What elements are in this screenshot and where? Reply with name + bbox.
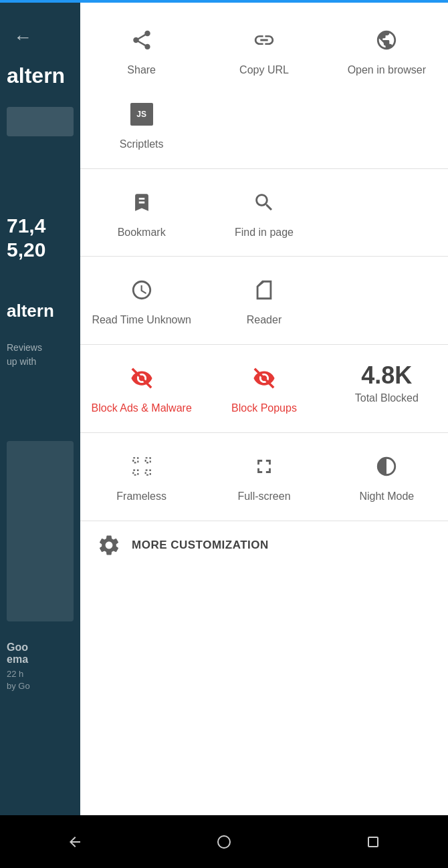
night-mode-icon (370, 450, 403, 483)
scriptlets-label: Scriptlets (120, 138, 164, 152)
read-time-icon (125, 273, 158, 307)
total-blocked-display: 4.8K Total Blocked (326, 351, 448, 426)
top-progress-bar (0, 0, 448, 3)
block-ads-button[interactable]: Block Ads & Malware (80, 351, 203, 426)
section-blocking: Block Ads & Malware Block Popups 4.8K To… (80, 345, 448, 433)
js-badge: JS (130, 103, 153, 126)
copy-url-icon (247, 23, 281, 57)
empty-slot-2 (326, 263, 448, 337)
bg-reviews: Reviews up with (7, 341, 42, 369)
frameless-label: Frameless (116, 490, 166, 504)
system-home-button[interactable] (211, 829, 237, 855)
bookmark-row: Bookmark Find in page (80, 176, 448, 250)
svg-rect-3 (133, 470, 138, 475)
section-reader: Read Time Unknown Reader (80, 257, 448, 345)
fullscreen-icon (247, 450, 281, 483)
fullscreen-button[interactable]: Full-screen (203, 440, 325, 514)
svg-rect-4 (145, 458, 150, 462)
bookmark-icon (125, 186, 158, 219)
open-in-browser-icon (370, 23, 403, 57)
svg-point-7 (218, 836, 230, 848)
reader-row: Read Time Unknown Reader (80, 263, 448, 337)
share-icon (125, 23, 158, 57)
section-display: Frameless Full-screen Night Mode (80, 433, 448, 521)
bg-bottom-text: 22 hby Go (7, 668, 30, 692)
svg-rect-8 (368, 837, 378, 847)
read-time-label: Read Time Unknown (92, 313, 191, 327)
read-time-button[interactable]: Read Time Unknown (80, 263, 203, 337)
section-share: Share Copy URL Open in browser (80, 0, 448, 169)
top-menu-row: Share Copy URL Open in browser (80, 13, 448, 88)
system-recent-button[interactable] (360, 829, 386, 855)
copy-url-button[interactable]: Copy URL (203, 13, 325, 88)
system-back-button[interactable] (62, 829, 88, 855)
frameless-icon (125, 450, 158, 483)
bg-card (7, 441, 74, 621)
open-in-browser-button[interactable]: Open in browser (326, 13, 448, 88)
bg-stats: 71,4 5,20 (7, 214, 45, 262)
system-navigation-bar (0, 815, 448, 868)
block-popups-icon (247, 361, 281, 395)
find-in-page-icon (247, 186, 281, 219)
find-in-page-label: Find in page (235, 226, 294, 240)
display-row: Frameless Full-screen Night Mode (80, 440, 448, 514)
frameless-button[interactable]: Frameless (80, 440, 203, 514)
bookmark-label: Bookmark (118, 226, 166, 240)
section-bookmark: Bookmark Find in page (80, 169, 448, 257)
blocking-row: Block Ads & Malware Block Popups 4.8K To… (80, 351, 448, 426)
night-mode-label: Night Mode (359, 490, 414, 504)
open-in-browser-label: Open in browser (348, 63, 426, 78)
fullscreen-label: Full-screen (237, 490, 290, 504)
reader-button[interactable]: Reader (203, 263, 325, 337)
bookmark-button[interactable]: Bookmark (80, 176, 203, 250)
find-in-page-button[interactable]: Find in page (203, 176, 325, 250)
scriptlets-button[interactable]: JS Scriptlets (80, 88, 203, 162)
reader-icon (247, 273, 281, 307)
menu-overlay: Share Copy URL Open in browser (80, 0, 448, 815)
reader-label: Reader (247, 313, 282, 327)
scriptlets-row: JS Scriptlets (80, 88, 448, 162)
scriptlets-icon: JS (125, 98, 158, 131)
block-popups-button[interactable]: Block Popups (203, 351, 325, 426)
bg-title: altern (7, 63, 65, 88)
block-ads-label: Block Ads & Malware (92, 402, 192, 416)
copy-url-label: Copy URL (239, 63, 289, 78)
empty-slot-1 (326, 176, 448, 250)
block-ads-icon (125, 361, 158, 395)
more-customization-button[interactable]: MORE CUSTOMIZATION (80, 521, 448, 569)
svg-rect-5 (145, 470, 150, 475)
more-customization-label: MORE CUSTOMIZATION (132, 539, 269, 552)
total-blocked-number: 4.8K (361, 361, 412, 390)
block-popups-label: Block Popups (231, 402, 297, 416)
more-customization-icon (97, 533, 121, 557)
bg-bottom-title: Gooema (7, 641, 28, 666)
svg-rect-2 (133, 458, 138, 462)
share-label: Share (127, 63, 156, 78)
night-mode-button[interactable]: Night Mode (326, 440, 448, 514)
bg-altern-label: altern (7, 301, 54, 321)
total-blocked-label: Total Blocked (355, 392, 419, 404)
back-arrow-bg: ← (13, 27, 32, 48)
share-button[interactable]: Share (80, 13, 203, 88)
bg-search-input (7, 107, 74, 136)
